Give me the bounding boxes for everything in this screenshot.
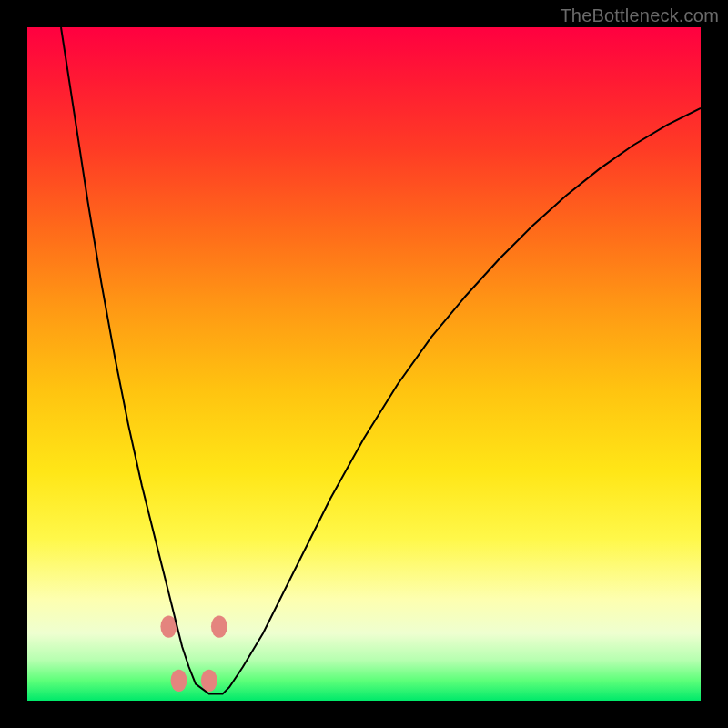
chart-frame: TheBottleneck.com	[0, 0, 728, 728]
plot-area	[27, 27, 701, 701]
marker-dot	[171, 670, 187, 692]
marker-dot	[201, 670, 217, 692]
watermark-text: TheBottleneck.com	[560, 5, 719, 26]
marker-dot	[211, 615, 228, 637]
chart-svg-layer	[27, 27, 701, 701]
bottleneck-curve	[61, 27, 701, 694]
